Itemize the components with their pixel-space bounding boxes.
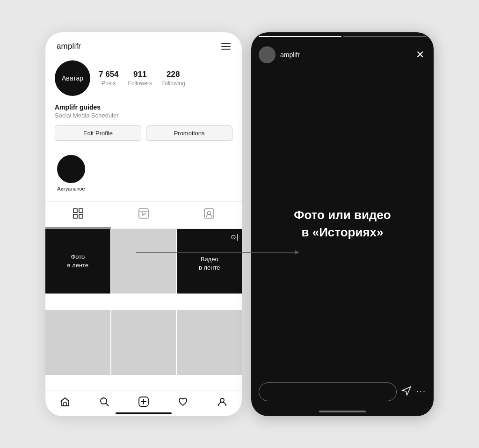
svg-rect-6 — [204, 209, 214, 218]
highlight-item[interactable]: Актуальное — [55, 155, 87, 191]
story-avatar — [259, 46, 276, 63]
tab-tagged[interactable] — [176, 202, 242, 228]
send-icon[interactable] — [401, 385, 412, 398]
nav-profile[interactable] — [203, 397, 242, 407]
grid-cell-empty-4 — [177, 310, 242, 375]
menu-icon[interactable] — [221, 43, 231, 50]
story-header: amplifr ✕ — [251, 37, 434, 70]
tab-grid[interactable] — [45, 202, 111, 228]
grid-cell-empty-1 — [111, 229, 176, 294]
following-label: Following — [161, 80, 185, 87]
svg-rect-2 — [73, 214, 77, 218]
followers-stat: 911 Followers — [128, 70, 152, 87]
following-stat: 228 Following — [161, 70, 185, 87]
highlight-label: Актуальное — [57, 186, 85, 191]
nav-home[interactable] — [45, 397, 85, 407]
posts-label: Posts — [102, 80, 116, 87]
svg-rect-4 — [139, 209, 148, 218]
following-count: 228 — [167, 70, 180, 79]
svg-rect-0 — [73, 209, 77, 213]
story-user: amplifr — [259, 46, 300, 63]
arrow-connector — [136, 248, 299, 257]
svg-rect-8 — [64, 403, 66, 406]
svg-rect-1 — [79, 209, 83, 213]
bottom-nav — [45, 390, 242, 409]
posts-count: 7 654 — [99, 70, 119, 79]
story-text: Фото или видео в «Историях» — [294, 206, 391, 241]
bio-description: Social Media Scheduler — [55, 112, 232, 119]
more-icon[interactable]: ··· — [416, 387, 426, 397]
svg-marker-16 — [295, 250, 299, 255]
video-camera-icon: ⊙| — [231, 233, 238, 242]
posts-stat: 7 654 Posts — [99, 70, 119, 87]
bio-section: Amplifr guides Social Media Scheduler — [45, 103, 242, 125]
grid-cell-video[interactable]: ⊙| Видео в ленте — [177, 229, 242, 294]
highlight-circle[interactable] — [57, 155, 85, 183]
stats-row: 7 654 Posts 911 Followers 228 Following — [99, 70, 232, 87]
bio-name: Amplifr guides — [55, 103, 232, 111]
story-username: amplifr — [280, 51, 300, 59]
close-icon[interactable]: ✕ — [416, 49, 424, 61]
right-phone: amplifr ✕ Фото или видео в «Историях» ··… — [251, 32, 434, 416]
highlights-section: Актуальное — [45, 150, 242, 201]
nav-add[interactable] — [124, 397, 163, 407]
tagged-icon — [204, 208, 214, 221]
edit-profile-button[interactable]: Edit Profile — [55, 125, 141, 141]
story-content: Фото или видео в «Историях» — [251, 70, 434, 378]
profile-username: amplifr — [57, 42, 81, 51]
promotions-button[interactable]: Promotions — [146, 125, 232, 141]
home-indicator — [116, 412, 172, 414]
story-progress — [251, 32, 434, 37]
tab-reels[interactable] — [111, 202, 176, 228]
story-reply-input[interactable] — [259, 382, 397, 401]
story-bottom: ··· — [251, 378, 434, 411]
story-home-indicator — [319, 411, 366, 412]
followers-label: Followers — [128, 80, 152, 87]
tabs-row — [45, 201, 242, 229]
grid-cell-empty-2 — [45, 310, 110, 375]
svg-point-14 — [220, 398, 224, 402]
grid-cell-photo[interactable]: Фото в ленте — [45, 229, 110, 294]
profile-section: Аватар 7 654 Posts 911 Followers 228 Fol… — [45, 56, 242, 103]
action-buttons: Edit Profile Promotions — [45, 125, 242, 150]
nav-heart[interactable] — [163, 397, 203, 407]
nav-search[interactable] — [85, 397, 124, 407]
followers-count: 911 — [133, 70, 146, 79]
grid-cell-empty-3 — [111, 310, 176, 375]
grid-icon — [73, 208, 83, 221]
reels-icon — [138, 208, 149, 221]
profile-header: amplifr — [45, 32, 242, 56]
svg-line-10 — [106, 403, 109, 406]
avatar: Аватар — [55, 60, 90, 96]
svg-rect-3 — [79, 214, 83, 218]
left-phone: amplifr Аватар 7 654 Posts 911 — [45, 32, 242, 416]
